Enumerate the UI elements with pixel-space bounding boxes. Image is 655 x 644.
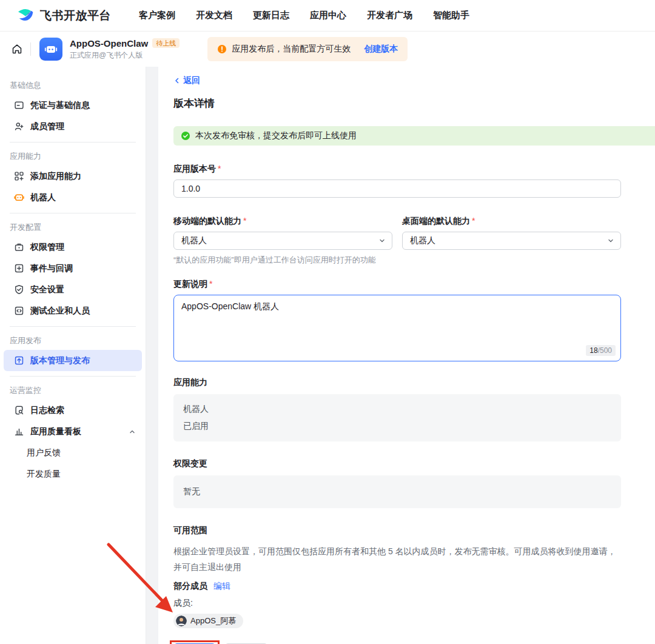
top-navbar: 飞书开放平台 客户案例 开发文档 更新日志 应用中心 开发者广场 智能助手: [0, 0, 655, 32]
sidebar-item-bot[interactable]: 机器人: [4, 187, 142, 208]
sidebar-item-label: 权限管理: [30, 242, 136, 253]
nav-item-dev-plaza[interactable]: 开发者广场: [367, 10, 412, 21]
code-icon: [13, 306, 24, 317]
app-capability-title: 应用能力: [173, 377, 622, 388]
main-content: 返回 版本详情 本次发布免审核，提交发布后即可上线使用 应用版本号*: [158, 67, 655, 644]
edit-members-link[interactable]: 编辑: [213, 581, 230, 592]
back-label: 返回: [183, 75, 200, 86]
app-subtitle: 正式应用@飞书个人版: [70, 50, 180, 61]
sidebar-item-label: 版本管理与发布: [30, 355, 136, 366]
sidebar-group-dev-config: 开发配置: [0, 218, 146, 236]
sidebar-item-label: 机器人: [30, 192, 136, 203]
member-chip[interactable]: AppOS_阿慕: [173, 614, 243, 628]
capability-name: 机器人: [183, 404, 611, 415]
sidebar-divider: [10, 142, 136, 143]
success-banner: 本次发布免审核，提交发布后即可上线使用: [173, 126, 655, 146]
app-meta: AppOS-OpenClaw 待上线 正式应用@飞书个人版: [70, 38, 180, 61]
sidebar-item-label: 安全设置: [30, 284, 136, 295]
mobile-capability-select[interactable]: 机器人: [173, 232, 392, 250]
sidebar-item-members[interactable]: 成员管理: [4, 116, 142, 137]
scope-type: 部分成员: [173, 581, 207, 592]
app-name: AppOS-OpenClaw: [70, 38, 148, 49]
version-label: 应用版本号*: [173, 164, 622, 175]
sidebar-item-security[interactable]: 安全设置: [4, 279, 142, 300]
sidebar: 基础信息 凭证与基础信息 成员管理 应用能力: [0, 67, 146, 644]
person-add-icon: [13, 121, 24, 132]
nav-item-docs[interactable]: 开发文档: [196, 10, 232, 21]
sidebar-item-log-search[interactable]: 日志检索: [4, 400, 142, 421]
brand[interactable]: 飞书开放平台: [17, 8, 111, 24]
sidebar-group-release: 应用发布: [0, 332, 146, 350]
app-avatar[interactable]: [39, 38, 62, 61]
sidebar-item-add-capability[interactable]: 添加应用能力: [4, 166, 142, 187]
robot-icon: [13, 192, 24, 203]
release-notes-field: AppOS-OpenClaw 机器人 18/500: [173, 295, 621, 361]
sidebar-divider: [10, 213, 136, 213]
sidebar-divider: [10, 376, 136, 377]
square-plus-icon: [13, 263, 24, 274]
briefcase-icon: [13, 242, 24, 253]
home-icon[interactable]: [8, 41, 25, 58]
chevron-down-icon: [607, 237, 614, 244]
member-name: AppOS_阿慕: [190, 615, 236, 626]
sidebar-item-test-org[interactable]: 测试企业和人员: [4, 300, 142, 321]
permission-change-title: 权限变更: [173, 458, 622, 469]
sidebar-group-monitor: 运营监控: [0, 381, 146, 400]
sidebar-item-credentials[interactable]: 凭证与基础信息: [4, 95, 142, 116]
warning-icon: [217, 44, 227, 54]
sidebar-item-label: 测试企业和人员: [30, 306, 136, 317]
capability-status: 已启用: [183, 421, 611, 432]
id-card-icon: [13, 100, 24, 111]
log-search-icon: [13, 405, 24, 416]
sidebar-item-label: 成员管理: [30, 121, 136, 132]
sidebar-item-label: 应用质量看板: [30, 426, 123, 437]
version-input[interactable]: [173, 179, 621, 198]
app-capability-card: 机器人 已启用: [173, 394, 621, 441]
scope-row: 部分成员 编辑: [173, 581, 622, 592]
notice-bar: 应用发布后，当前配置方可生效 创建版本: [207, 37, 408, 61]
sidebar-item-events[interactable]: 事件与回调: [4, 258, 142, 279]
divider: [30, 42, 31, 56]
required-mark: *: [209, 279, 212, 289]
required-mark: *: [472, 216, 475, 226]
availability-description: 根据企业管理员设置，可用范围仅包括应用所有者和其他 5 名以内成员时，发布无需审…: [173, 543, 616, 575]
sidebar-item-label: 凭证与基础信息: [30, 100, 136, 111]
publish-icon: [13, 355, 24, 366]
feishu-logo-icon: [17, 8, 35, 24]
required-mark: *: [243, 216, 246, 226]
nav-item-app-center[interactable]: 应用中心: [310, 10, 346, 21]
release-notes-textarea[interactable]: AppOS-OpenClaw 机器人: [174, 295, 620, 361]
desktop-capability-label: 桌面端的默认能力*: [402, 216, 621, 227]
sidebar-subitem-dev-quality[interactable]: 开发质量: [0, 463, 146, 485]
nav-item-cases[interactable]: 客户案例: [139, 10, 175, 21]
nav-item-changelog[interactable]: 更新日志: [253, 10, 289, 21]
member-avatar: [176, 615, 187, 626]
sidebar-item-quality-dashboard[interactable]: 应用质量看板: [4, 421, 142, 442]
nav-item-assistant[interactable]: 智能助手: [433, 10, 469, 21]
scroll-gutter[interactable]: [146, 67, 158, 644]
sidebar-item-permissions[interactable]: 权限管理: [4, 236, 142, 258]
mobile-capability-label: 移动端的默认能力*: [173, 216, 392, 227]
sidebar-item-label: 添加应用能力: [30, 171, 136, 182]
sidebar-divider: [10, 326, 136, 327]
check-circle-icon: [181, 131, 190, 141]
chevron-left-icon: [173, 77, 181, 84]
banner-text: 本次发布免审核，提交发布后即可上线使用: [195, 130, 357, 141]
create-version-link[interactable]: 创建版本: [364, 44, 398, 55]
grid-add-icon: [13, 171, 24, 182]
status-badge: 待上线: [152, 38, 180, 48]
members-label: 成员:: [173, 598, 622, 609]
permission-change-value: 暂无: [183, 486, 611, 497]
char-counter: 18/500: [586, 345, 616, 356]
desktop-capability-select[interactable]: 机器人: [402, 232, 621, 250]
capability-help-text: “默认的应用功能”即用户通过工作台访问应用时打开的功能: [173, 255, 622, 266]
back-link[interactable]: 返回: [173, 75, 200, 86]
chevron-down-icon: [378, 237, 386, 244]
chevron-up-icon[interactable]: [129, 428, 136, 435]
sidebar-subitem-user-feedback[interactable]: 用户反馈: [0, 442, 146, 463]
required-mark: *: [218, 164, 221, 173]
bar-chart-icon: [13, 426, 24, 437]
sidebar-item-version-release[interactable]: 版本管理与发布: [4, 350, 142, 371]
brand-name: 飞书开放平台: [40, 8, 111, 24]
select-value: 机器人: [410, 235, 435, 246]
